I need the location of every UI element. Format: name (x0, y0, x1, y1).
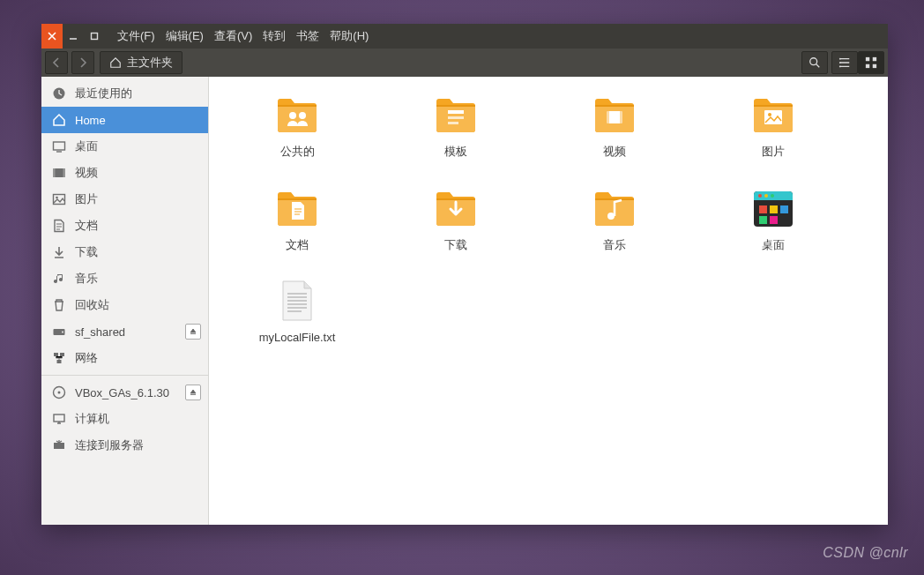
svg-rect-7 (866, 64, 869, 68)
file-label: 桌面 (762, 237, 785, 253)
download-icon (52, 245, 66, 259)
svg-point-3 (839, 62, 841, 63)
svg-rect-52 (759, 216, 767, 224)
file-item[interactable]: 音乐 (544, 184, 685, 253)
clock-icon (52, 86, 66, 101)
documents-icon (52, 219, 66, 233)
back-button[interactable] (45, 51, 68, 74)
sidebar-item-documents[interactable]: 文档 (41, 213, 208, 239)
window-controls (41, 24, 105, 49)
menu-view[interactable]: 查看(V) (214, 28, 252, 44)
menu-file[interactable]: 文件(F) (117, 28, 155, 44)
svg-rect-40 (436, 198, 475, 200)
file-label: 公共的 (280, 144, 315, 160)
svg-rect-24 (54, 443, 64, 449)
svg-point-1 (810, 58, 817, 65)
eject-button[interactable] (185, 324, 201, 340)
sidebar-item-desktop[interactable]: 桌面 (41, 133, 208, 160)
window-body: 最近使用的Home桌面视频图片文档下载音乐回收站sf_shared网络 VBox… (41, 77, 888, 525)
svg-point-4 (839, 66, 841, 68)
file-item[interactable]: 下载 (385, 184, 526, 253)
forward-button[interactable] (71, 51, 94, 74)
file-label: 图片 (762, 144, 785, 160)
file-item[interactable]: 视频 (544, 91, 685, 160)
file-item[interactable]: 文档 (227, 184, 368, 253)
file-item[interactable]: 图片 (703, 91, 844, 160)
folder-icon (274, 184, 320, 230)
file-label: 音乐 (603, 237, 626, 253)
folder-icon (433, 91, 479, 137)
sidebar-item-network-b[interactable]: 网络 (41, 345, 208, 371)
trash-icon (52, 298, 66, 312)
svg-rect-29 (448, 110, 464, 114)
file-grid: 公共的 模板 视频 图片 文档 下载 音乐 桌面 (227, 91, 870, 344)
sidebar-item-label: 图片 (75, 191, 98, 207)
sidebar-item-label: 网络 (75, 350, 98, 366)
svg-point-2 (839, 58, 841, 60)
sidebar-item-label: 下载 (75, 244, 98, 260)
svg-rect-18 (54, 353, 58, 356)
folder-icon (274, 91, 320, 137)
folder-icon (592, 184, 637, 230)
sidebar-item-download[interactable]: 下载 (41, 239, 208, 265)
file-item[interactable]: 桌面 (703, 184, 844, 253)
menu-help[interactable]: 帮助(H) (330, 28, 369, 44)
sidebar-item-pictures[interactable]: 图片 (41, 186, 208, 213)
svg-rect-41 (595, 198, 634, 200)
eject-icon (190, 328, 197, 335)
grid-view-icon (865, 56, 877, 69)
svg-rect-10 (54, 142, 65, 150)
drive-icon (52, 325, 66, 339)
list-view-icon (838, 56, 851, 69)
svg-rect-23 (54, 414, 64, 422)
sidebar-item-video[interactable]: 视频 (41, 160, 208, 186)
svg-point-46 (758, 194, 762, 198)
minimize-button[interactable] (63, 24, 84, 49)
connect-icon (52, 438, 66, 452)
toolbar: 主文件夹 (41, 49, 888, 77)
eject-button[interactable] (185, 385, 201, 400)
svg-rect-8 (873, 64, 876, 68)
close-button[interactable] (41, 24, 63, 49)
sidebar-item-label: 连接到服务器 (75, 437, 144, 453)
maximize-button[interactable] (84, 24, 105, 49)
svg-rect-37 (764, 110, 782, 124)
breadcrumb[interactable]: 主文件夹 (100, 51, 183, 74)
sidebar-item-connect[interactable]: 连接到服务器 (41, 432, 208, 459)
desktop-icon (52, 139, 66, 153)
sidebar-item-label: 音乐 (75, 271, 98, 287)
svg-rect-36 (754, 105, 793, 107)
menu-go[interactable]: 转到 (263, 28, 286, 44)
svg-rect-53 (770, 216, 778, 224)
titlebar: 文件(F) 编辑(E) 查看(V) 转到 书签 帮助(H) (41, 24, 888, 49)
music-icon (52, 272, 66, 286)
sidebar-item-trash[interactable]: 回收站 (41, 292, 208, 318)
file-manager-window: 文件(F) 编辑(E) 查看(V) 转到 书签 帮助(H) 主文件夹 (41, 24, 888, 525)
sidebar-item-label: 视频 (75, 165, 98, 181)
menu-bookmarks[interactable]: 书签 (296, 28, 319, 44)
sidebar-item-label: 回收站 (75, 297, 109, 313)
file-item[interactable]: myLocalFile.txt (227, 278, 368, 344)
svg-point-26 (289, 112, 296, 119)
sidebar-item-computer[interactable]: 计算机 (41, 406, 208, 432)
content-area[interactable]: 公共的 模板 视频 图片 文档 下载 音乐 桌面 (209, 77, 888, 525)
file-item[interactable]: 模板 (385, 91, 526, 160)
sidebar-item-music[interactable]: 音乐 (41, 265, 208, 292)
eject-icon (190, 389, 197, 396)
sidebar-item-label: Home (75, 114, 106, 127)
video-icon (52, 166, 66, 180)
network-b-icon (52, 351, 66, 365)
sidebar-item-clock[interactable]: 最近使用的 (41, 80, 208, 107)
search-button[interactable] (801, 51, 828, 74)
menu-edit[interactable]: 编辑(E) (166, 28, 204, 44)
file-label: 模板 (444, 144, 467, 160)
sidebar: 最近使用的Home桌面视频图片文档下载音乐回收站sf_shared网络 VBox… (41, 77, 209, 525)
home-icon (109, 56, 122, 69)
sidebar-item-drive[interactable]: sf_shared (41, 318, 208, 345)
sidebar-item-home[interactable]: Home (41, 107, 208, 133)
view-grid-button[interactable] (858, 51, 884, 74)
file-item[interactable]: 公共的 (227, 91, 368, 160)
sidebar-item-disc[interactable]: VBox_GAs_6.1.30 (41, 379, 208, 406)
view-list-button[interactable] (831, 51, 858, 74)
svg-point-47 (764, 194, 768, 198)
